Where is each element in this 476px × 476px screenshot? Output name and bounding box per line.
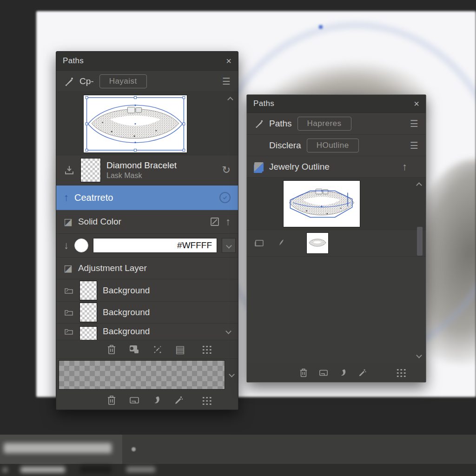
- layer-row-background-3[interactable]: Background: [56, 324, 238, 340]
- menu-icon[interactable]: ☰: [410, 140, 418, 151]
- solid-color-label: Solid Color: [78, 217, 121, 227]
- color-hex-input[interactable]: [93, 238, 217, 253]
- panel-header[interactable]: Paths ×: [247, 95, 426, 113]
- trash-icon[interactable]: [299, 368, 308, 378]
- dashed-path-pen-icon[interactable]: [152, 344, 163, 355]
- tool-mode-button[interactable]: Hayaist: [99, 74, 147, 88]
- layer-subtitle: Lask Mask: [106, 171, 177, 180]
- new-layer-icon[interactable]: [318, 368, 329, 377]
- paths-list-empty-area[interactable]: [247, 257, 426, 363]
- layer-row-adjustment[interactable]: ◪ Adjustment Layer: [56, 258, 238, 279]
- menu-icon[interactable]: ☰: [410, 118, 418, 129]
- layer-row-solid-color[interactable]: ◪ Solid Color ↑: [56, 210, 238, 234]
- blurred-text: [3, 468, 7, 472]
- app-screen: Paths × Cp- Hayaist ☰: [0, 0, 476, 476]
- mini-bracelet-artwork: [307, 233, 328, 253]
- path-thumbnail-small[interactable]: [306, 232, 329, 254]
- curve-icon[interactable]: [339, 368, 347, 377]
- panel-header[interactable]: Paths ×: [56, 52, 238, 71]
- outline-row[interactable]: Disclera HOutline ☰: [247, 135, 426, 156]
- paths-panel-right: Paths × Paths Hapreres ☰ Disclera HOutli…: [246, 94, 426, 383]
- layer-thumbnail[interactable]: [79, 303, 97, 322]
- paths-panel-left: Paths × Cp- Hayaist ☰: [56, 51, 238, 410]
- outline-mode-button[interactable]: HOutline: [307, 139, 359, 152]
- layer-row-background-2[interactable]: Background: [56, 302, 238, 324]
- statusbar: [0, 464, 476, 476]
- pen-icon[interactable]: [357, 368, 368, 378]
- pen-icon[interactable]: [173, 395, 185, 406]
- layers-toolbar-top: ▤: [56, 340, 238, 359]
- jewelry-outline-label: Jewelry Outline: [269, 162, 330, 172]
- menu-icon[interactable]: ☰: [222, 76, 231, 87]
- path-anchor-handle[interactable]: [319, 25, 323, 29]
- layer-row-diamond-bracelet[interactable]: Diamond Bracelet Lask Mask ↻: [56, 155, 238, 185]
- taskbar-dot: [132, 447, 136, 451]
- edit-box-icon[interactable]: [210, 217, 220, 227]
- import-icon[interactable]: [64, 165, 75, 176]
- layers-toolbar-bottom: [56, 391, 238, 410]
- taskbar: [0, 435, 476, 464]
- path-preview-area: [247, 178, 426, 230]
- bracelet-preview-thumbnail[interactable]: [83, 95, 187, 153]
- layer-row-background-1[interactable]: Background: [56, 279, 238, 302]
- paths-toolbar: [247, 363, 426, 382]
- arrow-down-icon[interactable]: ↓: [64, 239, 69, 251]
- refresh-icon[interactable]: ↻: [222, 164, 231, 176]
- selected-layer-name: Ceatrreto: [74, 192, 113, 203]
- layer-name: Background: [103, 326, 150, 337]
- adjustment-layer-icon: ◪: [64, 263, 73, 274]
- scroll-down-icon[interactable]: [229, 371, 235, 377]
- blurred-text: [126, 467, 155, 472]
- brush-icon[interactable]: [64, 76, 74, 86]
- brush-icon[interactable]: [254, 119, 264, 128]
- paths-mode-button[interactable]: Hapreres: [298, 117, 351, 131]
- layer-row-selected[interactable]: ↑ Ceatrreto: [56, 185, 238, 210]
- tool-label: Cp-: [79, 76, 94, 86]
- new-layer-icon[interactable]: [129, 395, 140, 405]
- bracelet-path-thumbnail[interactable]: [283, 180, 360, 227]
- layer-thumbnail[interactable]: [79, 326, 97, 340]
- close-icon[interactable]: ×: [414, 99, 419, 108]
- bracelet-artwork: [84, 95, 187, 152]
- arrow-up-icon[interactable]: ↑: [64, 192, 69, 204]
- transparency-checkerboard[interactable]: [59, 360, 225, 390]
- blurred-text: [4, 443, 112, 453]
- layer-name: Diamond Bracelet: [106, 160, 177, 171]
- grid-options-icon[interactable]: [201, 396, 212, 405]
- trash-icon[interactable]: [106, 395, 117, 406]
- close-icon[interactable]: ×: [226, 56, 231, 66]
- curve-icon[interactable]: [152, 395, 161, 405]
- layer-rect-icon[interactable]: [254, 238, 265, 248]
- jewelry-outline-row[interactable]: Jewelry Outline ↑: [247, 156, 426, 178]
- layer-name: Background: [103, 307, 150, 317]
- layer-name: Background: [103, 285, 150, 296]
- layer-preview-area: [56, 92, 238, 155]
- list-icon[interactable]: ▤: [175, 344, 185, 356]
- panel-title: Paths: [63, 56, 84, 66]
- paths-row[interactable]: Paths Hapreres ☰: [247, 113, 426, 135]
- layer-text: Diamond Bracelet Lask Mask: [106, 160, 177, 180]
- scroll-up-icon[interactable]: [227, 97, 233, 103]
- pen-nib-icon[interactable]: [278, 238, 286, 248]
- paths-row-label: Paths: [269, 119, 292, 129]
- layer-mask-icon[interactable]: [129, 344, 140, 355]
- tool-row: Cp- Hayaist ☰: [56, 71, 238, 92]
- move-up-icon[interactable]: ↑: [225, 216, 231, 228]
- sync-status-icon[interactable]: [219, 192, 231, 203]
- color-value-row: ↓: [56, 234, 238, 258]
- grid-options-icon[interactable]: [201, 344, 212, 354]
- blurred-block: [80, 466, 112, 473]
- layer-thumbnail[interactable]: [79, 281, 97, 300]
- layer-thumbnail[interactable]: [80, 158, 101, 182]
- scrollbar-thumb[interactable]: [417, 227, 423, 256]
- move-up-icon[interactable]: ↑: [402, 161, 407, 173]
- grid-options-icon[interactable]: [396, 368, 406, 377]
- taskbar-active-item[interactable]: [0, 435, 122, 464]
- color-swatch[interactable]: [74, 238, 88, 252]
- color-dropdown-button[interactable]: [222, 238, 236, 253]
- folder-icon: [64, 307, 74, 317]
- scroll-down-icon[interactable]: [225, 328, 231, 334]
- path-item-row[interactable]: [247, 230, 426, 257]
- folder-icon: [64, 326, 74, 337]
- trash-icon[interactable]: [106, 344, 117, 355]
